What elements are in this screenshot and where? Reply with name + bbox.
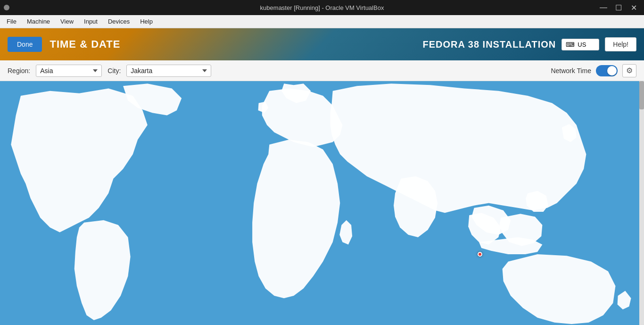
menu-devices[interactable]: Devices bbox=[103, 16, 134, 27]
network-time-toggle[interactable] bbox=[596, 65, 618, 76]
main-content: Done TIME & DATE FEDORA 38 INSTALLATION … bbox=[0, 28, 644, 325]
window-dot bbox=[4, 5, 9, 10]
done-button[interactable]: Done bbox=[8, 37, 42, 52]
title-bar: kubemaster [Running] - Oracle VM Virtual… bbox=[0, 0, 644, 15]
city-label: City: bbox=[107, 67, 121, 75]
scrollbar[interactable] bbox=[639, 81, 644, 325]
menu-view[interactable]: View bbox=[56, 16, 78, 27]
location-dot-jakarta bbox=[478, 252, 482, 257]
language-selector[interactable]: ⌨ US bbox=[561, 39, 599, 50]
region-label: Region: bbox=[8, 67, 30, 75]
city-dropdown[interactable]: Jakarta bbox=[126, 65, 211, 77]
region-value: Asia bbox=[40, 67, 53, 75]
page-title: TIME & DATE bbox=[50, 38, 120, 50]
gear-icon: ⚙ bbox=[626, 66, 633, 75]
network-time-section: Network Time ⚙ bbox=[551, 64, 636, 77]
network-time-label: Network Time bbox=[551, 67, 591, 75]
region-dropdown[interactable]: Asia bbox=[36, 65, 102, 77]
maximize-button[interactable]: ☐ bbox=[612, 2, 625, 13]
lang-value: US bbox=[578, 41, 586, 48]
header-right: FEDORA 38 INSTALLATION ⌨ US Help! bbox=[423, 37, 636, 51]
menu-help[interactable]: Help bbox=[135, 16, 157, 27]
close-button[interactable]: ✕ bbox=[627, 2, 640, 13]
keyboard-icon: ⌨ bbox=[566, 41, 575, 48]
scrollbar-thumb[interactable] bbox=[639, 81, 644, 109]
city-dropdown-arrow bbox=[202, 69, 207, 72]
menu-bar: File Machine View Input Devices Help bbox=[0, 15, 644, 28]
window-controls: — ☐ ✕ bbox=[597, 2, 640, 13]
window-title: kubemaster [Running] - Oracle VM Virtual… bbox=[260, 4, 384, 11]
world-map-container[interactable] bbox=[0, 81, 644, 325]
help-button[interactable]: Help! bbox=[605, 37, 636, 51]
fedora-label: FEDORA 38 INSTALLATION bbox=[423, 39, 556, 50]
page-header: Done TIME & DATE FEDORA 38 INSTALLATION … bbox=[0, 28, 644, 60]
world-map-svg bbox=[0, 81, 644, 325]
controls-bar: Region: Asia City: Jakarta Network Time … bbox=[0, 60, 644, 81]
network-time-settings-button[interactable]: ⚙ bbox=[622, 64, 636, 77]
title-bar-left bbox=[4, 5, 9, 10]
menu-machine[interactable]: Machine bbox=[22, 16, 55, 27]
menu-file[interactable]: File bbox=[2, 16, 21, 27]
city-value: Jakarta bbox=[131, 67, 152, 75]
menu-input[interactable]: Input bbox=[79, 16, 102, 27]
header-left: Done TIME & DATE bbox=[8, 37, 120, 52]
minimize-button[interactable]: — bbox=[597, 2, 610, 13]
region-dropdown-arrow bbox=[93, 69, 98, 72]
toggle-knob bbox=[607, 66, 617, 75]
